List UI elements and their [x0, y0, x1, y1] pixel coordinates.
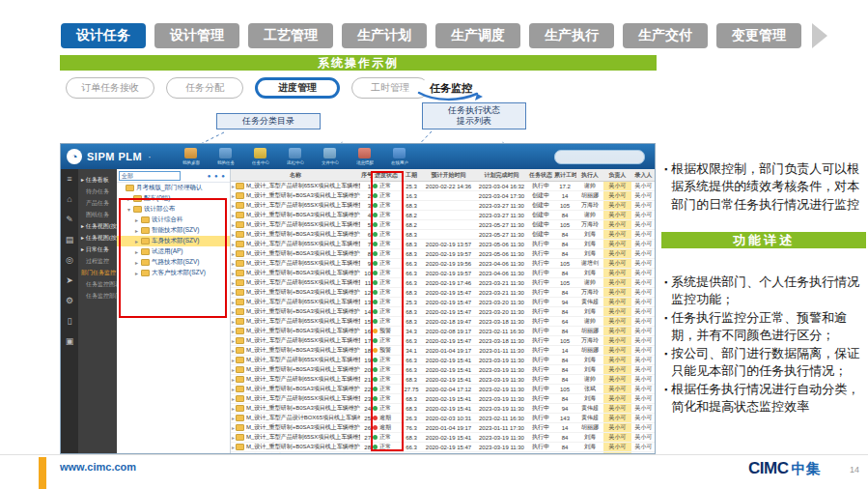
book-icon[interactable]: ▯ — [68, 317, 72, 326]
row-expand-icon[interactable]: ▸ — [232, 444, 235, 450]
sidebar-item-4[interactable]: 图纸任务 — [78, 209, 117, 220]
tree-item-5[interactable]: ▸智能技术部(SZV) — [117, 225, 230, 236]
sidebar-item-9[interactable]: 部门任务监控 — [78, 267, 117, 278]
table-row[interactable]: ▸M_设计_车型产品设计BOX65项目线上车辆维护_总计25逾期26.32020… — [231, 414, 655, 423]
column-header-9[interactable]: 执行人 — [576, 171, 603, 180]
row-expand-icon[interactable]: ▸ — [232, 328, 235, 334]
sidebar-item-2[interactable]: 待办任务 — [78, 186, 117, 197]
desktop-icon[interactable]: 我的桌面 — [179, 148, 204, 165]
process-button-4[interactable]: 工时管理 — [351, 77, 429, 99]
table-row[interactable]: ▸M_设计_重型研制+B0SA3项目线上车辆维护_总计12正常68.32020-… — [231, 288, 655, 298]
tab-4[interactable]: 生产计划 — [342, 23, 427, 48]
row-expand-icon[interactable]: ▸ — [232, 347, 235, 354]
column-header-4[interactable]: 工期 — [401, 171, 422, 180]
message-icon[interactable]: 消息提醒 — [352, 148, 378, 165]
row-expand-icon[interactable]: ▸ — [232, 424, 235, 431]
table-row[interactable]: ▸M_设计_车型产品研制65SX项目线上车辆维护_总计19正常66.32020-… — [231, 356, 655, 365]
compose-icon[interactable]: ✎ — [66, 216, 73, 224]
column-header-5[interactable]: 预计开始时间 — [422, 171, 475, 180]
globe-icon[interactable]: ◎ — [66, 256, 73, 265]
row-expand-icon[interactable]: ▸ — [232, 279, 235, 286]
table-row[interactable]: ▸M_设计_重型研制+B0SA3项目线上车辆维护_总计26逾期76.32020-… — [231, 423, 655, 433]
tab-6[interactable]: 生产执行 — [529, 23, 614, 48]
send-icon[interactable]: ➤ — [66, 276, 73, 285]
row-expand-icon[interactable]: ▸ — [232, 337, 235, 344]
table-row[interactable]: ▸M_设计_车型产品研制65SX项目线上车辆维护_总计1正常25.32020-0… — [231, 182, 655, 191]
plm-search-input[interactable] — [554, 150, 645, 164]
row-expand-icon[interactable]: ▸ — [232, 357, 235, 363]
row-expand-icon[interactable]: ▸ — [232, 405, 235, 412]
table-row[interactable]: ▸M_设计_车型产品研制65SX项目线上车辆维护_总计23正常68.32020-… — [231, 394, 655, 404]
tab-1[interactable]: 设计任务 — [61, 23, 146, 48]
mytasks-icon[interactable]: 我的任务 — [213, 148, 238, 165]
table-row[interactable]: ▸M_设计_重型研制+B0SA3项目线上车辆维护_总计18预警34.12020-… — [231, 346, 655, 356]
table-row[interactable]: ▸M_设计_车型产品研制65SX项目线上车辆维护_总计17正常66.32020-… — [231, 336, 655, 346]
sidebar-item-3[interactable]: 产品任务 — [78, 197, 117, 209]
table-row[interactable]: ▸M_设计_车型产品研制65SX项目线上车辆维护_总计15正常68.32020-… — [231, 317, 655, 327]
row-expand-icon[interactable]: ▸ — [232, 434, 235, 441]
sidebar-item-7[interactable]: ▸ 日常任务 — [78, 244, 117, 255]
sidebar-item-11[interactable]: 任务监控部门 — [78, 290, 117, 302]
tree-item-8[interactable]: ▸气路技术部(SZV) — [117, 257, 230, 268]
table-row[interactable]: ▸M_设计_车型产品研制65SX项目线上车辆维护_总计3正常68.32023-0… — [231, 201, 655, 211]
row-expand-icon[interactable]: ▸ — [232, 231, 235, 238]
column-header-8[interactable]: 累计工时 — [553, 171, 576, 180]
table-row[interactable]: ▸M_设计_重型研制+B0SA3项目线上车辆维护_总计8正常68.32020-0… — [231, 249, 655, 259]
process-button-1[interactable]: 订单任务接收 — [66, 77, 154, 99]
table-row[interactable]: ▸M_设计_重型研制+B0SA3项目线上车辆维护_总计22正常27.752020… — [231, 385, 655, 394]
tree-item-9[interactable]: ▸大客户技术部(SZV) — [117, 268, 230, 278]
table-row[interactable]: ▸M_设计_车型产品研制65SX项目线上车辆维护_总计21正常68.32020-… — [231, 375, 655, 385]
menu-icon[interactable]: ≡ — [67, 175, 71, 184]
table-row[interactable]: ▸M_设计_重型研制+B0SA3项目线上车辆维护_总计4正常68.22023-0… — [231, 211, 655, 220]
table-row[interactable]: ▸M_设计_重型研制+B0SA3项目线上车辆维护_总计24正常68.32020-… — [231, 404, 655, 414]
tree-item-2[interactable]: ▸配车(0组) — [117, 193, 230, 204]
sidebar-item-5[interactable]: ▸ 任务视图(按单位) — [78, 220, 117, 232]
tree-item-4[interactable]: ▸设计综合科 — [117, 215, 230, 225]
row-expand-icon[interactable]: ▸ — [232, 212, 235, 218]
flowcenter-icon[interactable]: 流程中心 — [283, 148, 308, 165]
row-expand-icon[interactable]: ▸ — [232, 270, 235, 276]
plm-menu-dot[interactable]: · — [148, 152, 151, 162]
column-header-10[interactable]: 负责人 — [603, 171, 631, 180]
column-header-7[interactable]: 任务状态 — [528, 171, 553, 180]
briefcase-icon[interactable]: ▣ — [66, 337, 74, 346]
online-users-icon[interactable]: 在线用户 — [387, 148, 412, 165]
row-expand-icon[interactable]: ▸ — [232, 192, 235, 199]
table-row[interactable]: ▸M_设计_车型产品研制65SX项目线上车辆维护_总计7正常68.32020-0… — [231, 240, 655, 249]
row-expand-icon[interactable]: ▸ — [232, 376, 235, 383]
tab-5[interactable]: 生产调度 — [435, 23, 520, 48]
process-button-3[interactable]: 进度管理 — [255, 77, 340, 99]
tree-search-input[interactable]: 全部 — [119, 171, 181, 181]
tree-item-3[interactable]: ▾设计部公布 — [117, 204, 230, 215]
column-header-3[interactable]: 进度状态 — [372, 171, 401, 180]
taskcenter-icon[interactable]: 任务中心 — [248, 148, 273, 165]
table-row[interactable]: ▸M_设计_重型研制+B0SA3项目线上车辆维护_总计14正常68.32020-… — [231, 307, 655, 317]
row-expand-icon[interactable]: ▸ — [232, 395, 235, 402]
tree-item-6[interactable]: ▸车身技术部(SZV) — [117, 236, 230, 246]
column-header-11[interactable]: 录入人 — [631, 171, 655, 180]
row-expand-icon[interactable]: ▸ — [232, 366, 235, 373]
row-expand-icon[interactable]: ▸ — [232, 260, 235, 267]
row-expand-icon[interactable]: ▸ — [232, 221, 235, 228]
process-button-5[interactable]: 任务监控 — [421, 77, 481, 99]
sidebar-item-8[interactable]: 过程监控 — [78, 255, 117, 267]
table-row[interactable]: ▸M_设计_车型产品研制65SX项目线上车辆维护_总计11正常66.32020-… — [231, 278, 655, 288]
table-row[interactable]: ▸M_设计_重型研制+B0SA3项目线上车辆维护_总计10正常66.32020-… — [231, 269, 655, 278]
home-icon[interactable]: ⌂ — [67, 195, 71, 204]
table-row[interactable]: ▸M_设计_车型产品研制65SX项目线上车辆维护_总计29正常66.32020-… — [231, 452, 655, 453]
table-row[interactable]: ▸M_设计_车型产品研制65SX项目线上车辆维护_总计9正常66.32020-0… — [231, 259, 655, 269]
table-row[interactable]: ▸M_设计_车型产品研制65SX项目线上车辆维护_总计27正常68.32020-… — [231, 433, 655, 443]
sidebar-item-1[interactable]: ▸ 任务看板 — [78, 174, 117, 186]
row-expand-icon[interactable]: ▸ — [232, 415, 235, 421]
row-expand-icon[interactable]: ▸ — [232, 386, 235, 392]
process-button-2[interactable]: 任务分配 — [166, 77, 243, 99]
tree-item-1[interactable]: 月考核版_部门经理确认 — [117, 183, 230, 193]
filecenter-icon[interactable]: 文件中心 — [318, 148, 343, 165]
tab-2[interactable]: 设计管理 — [154, 23, 239, 48]
settings-icon[interactable]: ⚙ — [66, 297, 73, 305]
row-expand-icon[interactable]: ▸ — [232, 318, 235, 325]
row-expand-icon[interactable]: ▸ — [232, 250, 235, 257]
table-row[interactable]: ▸M_设计_重型研制+B0SA3项目线上车辆维护_总计6正常68.32023-0… — [231, 230, 655, 240]
row-expand-icon[interactable]: ▸ — [232, 241, 235, 247]
modules-icon[interactable]: ▤ — [66, 236, 74, 244]
